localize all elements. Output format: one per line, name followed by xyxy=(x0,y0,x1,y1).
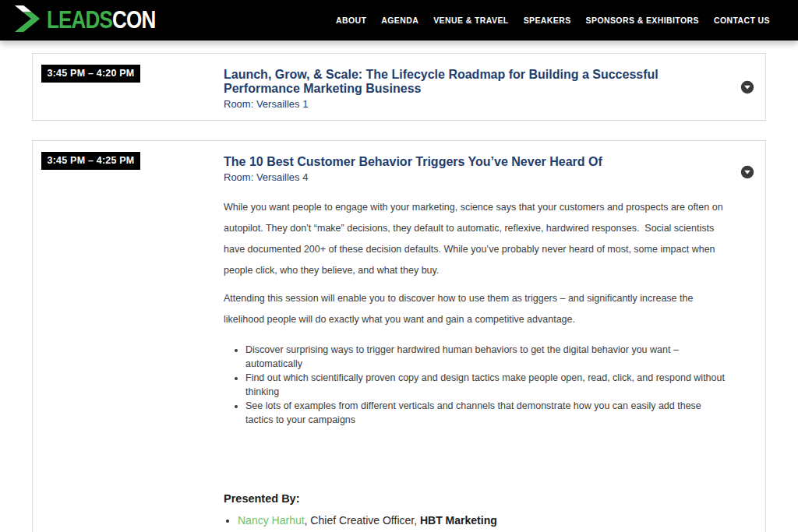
presenter-list: Nancy Harhut, Chief Creative Officer, HB… xyxy=(238,513,728,527)
presenter-item: Nancy Harhut, Chief Creative Officer, HB… xyxy=(238,513,728,527)
session-time-column: 3:45 PM – 4:25 PM xyxy=(41,150,224,530)
presenter-company: HBT Marketing xyxy=(420,514,497,527)
description-paragraph: While you want people to engage with you… xyxy=(224,197,728,281)
session-title: The 10 Best Customer Behavior Triggers Y… xyxy=(224,155,660,169)
main-nav: ABOUT AGENDA VENUE & TRAVEL SPEAKERS SPO… xyxy=(336,16,770,25)
collapse-session-button[interactable] xyxy=(740,165,754,179)
session-summary: Launch, Grow, & Scale: The Lifecycle Roa… xyxy=(224,63,728,111)
nav-item-contact-us[interactable]: CONTACT US xyxy=(714,16,770,25)
nav-item-venue-travel[interactable]: VENUE & TRAVEL xyxy=(433,16,508,25)
logo-wordmark: LEADSCON xyxy=(47,6,155,34)
expand-session-button[interactable] xyxy=(740,80,754,94)
session-time-badge: 3:45 PM – 4:20 PM xyxy=(41,65,140,83)
session-room: Room: Versailles 4 xyxy=(224,171,728,184)
chevron-down-circle-icon xyxy=(740,85,754,97)
session-room: Room: Versailles 1 xyxy=(224,98,728,111)
leadscon-logo[interactable]: LEADSCON xyxy=(14,4,176,37)
session-title: Launch, Grow, & Scale: The Lifecycle Roa… xyxy=(224,68,660,96)
nav-item-agenda[interactable]: AGENDA xyxy=(381,16,418,25)
logo-leads-text: LEADS xyxy=(47,6,112,33)
takeaway-item: Discover surprising ways to trigger hard… xyxy=(245,343,728,371)
presenter-name-link[interactable]: Nancy Harhut xyxy=(238,514,305,527)
session-summary: The 10 Best Customer Behavior Triggers Y… xyxy=(224,150,728,530)
agenda-session-list: 3:45 PM – 4:20 PM Launch, Grow, & Scale:… xyxy=(0,41,798,532)
session-description: While you want people to engage with you… xyxy=(224,197,728,427)
session-card: 3:45 PM – 4:20 PM Launch, Grow, & Scale:… xyxy=(32,53,766,121)
logo-con-text: CON xyxy=(112,6,155,33)
session-card: 3:45 PM – 4:25 PM The 10 Best Customer B… xyxy=(32,140,766,532)
presenter-role: , Chief Creative Officer, xyxy=(305,514,420,527)
presented-by-label: Presented By: xyxy=(224,492,728,505)
double-chevron-arrow-icon xyxy=(14,4,42,37)
description-paragraph: Attending this session will enable you t… xyxy=(224,288,728,330)
site-header: LEADSCON ABOUT AGENDA VENUE & TRAVEL SPE… xyxy=(0,0,798,41)
takeaway-item: See lots of examples from different vert… xyxy=(245,399,728,427)
takeaway-item: Find out which scientifically proven cop… xyxy=(245,371,728,399)
nav-item-sponsors-exhibitors[interactable]: SPONSORS & EXHIBITORS xyxy=(586,16,699,25)
session-time-column: 3:45 PM – 4:20 PM xyxy=(41,63,224,111)
chevron-down-circle-icon xyxy=(740,170,754,181)
nav-item-speakers[interactable]: SPEAKERS xyxy=(524,16,571,25)
session-time-badge: 3:45 PM – 4:25 PM xyxy=(41,152,140,170)
nav-item-about[interactable]: ABOUT xyxy=(336,16,366,25)
presented-by-section: Presented By: Nancy Harhut, Chief Creati… xyxy=(224,492,728,527)
session-takeaways-list: Discover surprising ways to trigger hard… xyxy=(245,343,728,427)
